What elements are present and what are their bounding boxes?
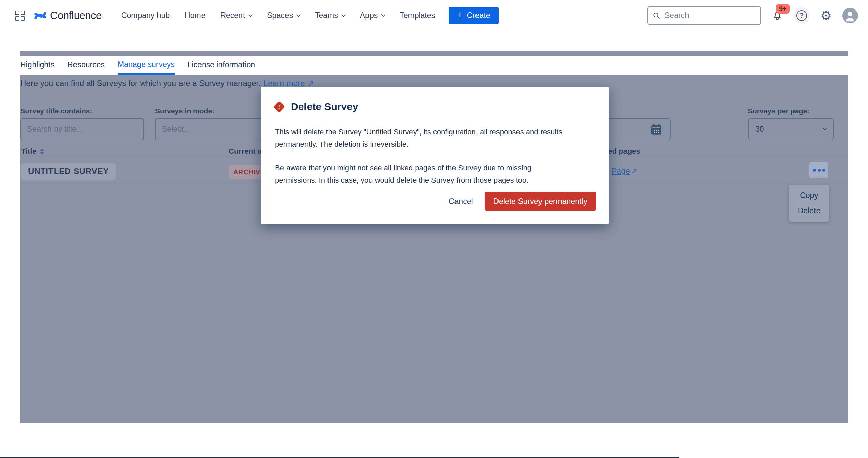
confluence-logo[interactable]: Confluence (34, 9, 102, 22)
row-actions-menu: Copy Delete (789, 185, 829, 222)
chevron-down-icon (823, 126, 827, 130)
settings-button[interactable]: ⚙ (818, 7, 834, 24)
create-button[interactable]: + Create (449, 7, 499, 24)
nav-item-company-hub[interactable]: Company hub (121, 11, 170, 20)
nav-right-cluster: 9+ ? ⚙ (647, 6, 858, 25)
delete-permanently-button[interactable]: Delete Survey permanently (485, 192, 596, 211)
search-box[interactable] (647, 6, 761, 25)
per-page-select[interactable]: 30 (748, 118, 834, 140)
mode-filter-label: Surveys in mode: (155, 107, 214, 115)
notification-badge: 9+ (776, 4, 790, 14)
chevron-down-icon (381, 13, 385, 17)
warning-icon: ! (273, 101, 285, 112)
title-filter-label: Survey title contains: (20, 107, 92, 115)
external-link-icon: ↗ (631, 167, 637, 176)
linked-page-link[interactable]: Page↗ (612, 167, 637, 176)
nav-item-home[interactable]: Home (185, 11, 205, 20)
app-title: Confluence (50, 9, 102, 22)
menu-item-copy[interactable]: Copy (800, 191, 818, 200)
calendar-icon (650, 123, 663, 136)
nav-item-templates[interactable]: Templates (400, 11, 435, 20)
nav-item-spaces[interactable]: Spaces (267, 11, 300, 20)
title-filter-field[interactable] (20, 118, 144, 140)
dimmed-top-strip (20, 51, 848, 56)
delete-survey-modal: ! Delete Survey This will delete the Sur… (261, 87, 609, 224)
per-page-label: Surveys per page: (748, 107, 809, 115)
survey-title-badge: UNTITLED SURVEY (21, 163, 116, 180)
question-icon: ? (796, 10, 807, 21)
learn-more-link[interactable]: Learn more ↗ (263, 79, 314, 88)
nav-item-apps[interactable]: Apps (360, 11, 385, 20)
help-button[interactable]: ? (793, 7, 810, 24)
avatar[interactable] (842, 8, 858, 23)
title-filter-input[interactable] (27, 125, 137, 134)
column-header-title[interactable]: Title (21, 147, 44, 156)
sort-icon (40, 149, 44, 155)
chevron-down-icon (248, 13, 253, 17)
plus-icon: + (457, 10, 463, 20)
chevron-down-icon (296, 13, 301, 17)
page-tabs: Highlights Resources Manage surveys Lice… (20, 56, 255, 75)
modal-paragraph-2: Be aware that you might not see all link… (275, 162, 556, 186)
tab-resources[interactable]: Resources (67, 56, 105, 75)
tab-manage-surveys[interactable]: Manage surveys (118, 56, 175, 75)
search-icon (653, 11, 660, 20)
nav-item-recent[interactable]: Recent (220, 11, 252, 20)
row-actions-button[interactable] (809, 162, 828, 178)
person-icon (842, 8, 858, 23)
modal-paragraph-1: This will delete the Survey "Untitled Su… (275, 126, 597, 150)
menu-item-delete[interactable]: Delete (798, 206, 820, 215)
search-input[interactable] (664, 11, 756, 20)
tab-license-information[interactable]: License information (188, 56, 255, 75)
notifications-button[interactable]: 9+ (769, 7, 785, 24)
confluence-mark-icon (34, 9, 47, 22)
modal-title: Delete Survey (291, 101, 358, 112)
app-switcher-icon[interactable] (15, 11, 25, 21)
nav-item-teams[interactable]: Teams (315, 11, 345, 20)
top-navigation: Confluence Company hub Home Recent Space… (0, 0, 868, 31)
nav-menu: Company hub Home Recent Spaces Teams App… (121, 11, 435, 20)
tab-highlights[interactable]: Highlights (20, 56, 55, 75)
cancel-button[interactable]: Cancel (449, 197, 473, 206)
gear-icon: ⚙ (820, 9, 832, 22)
chevron-down-icon (341, 13, 346, 17)
